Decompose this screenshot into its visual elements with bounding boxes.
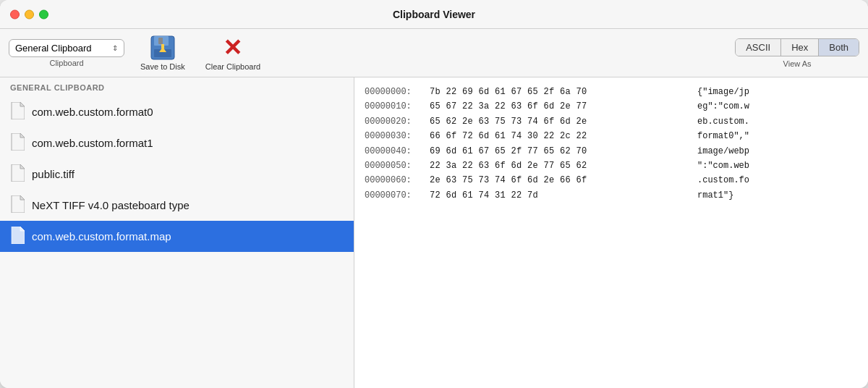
view-ascii-button[interactable]: ASCII <box>736 39 781 56</box>
hex-row: 00000060: 2e 63 75 73 74 6f 6d 2e 66 6f … <box>365 173 858 187</box>
maximize-button[interactable] <box>39 9 48 19</box>
sidebar-item-format1[interactable]: com.web.custom.format1 <box>0 127 354 159</box>
file-icon <box>10 164 25 184</box>
sidebar-item-tiff[interactable]: public.tiff <box>0 159 354 190</box>
hex-bytes: 72 6d 61 74 31 22 7d <box>430 188 690 203</box>
file-icon-active <box>10 227 25 246</box>
sidebar-header: GENERAL CLIPBOARD <box>0 77 354 96</box>
hex-ascii: eb.custom. <box>690 114 749 129</box>
clipboard-dropdown-value: General Clipboard <box>15 43 92 54</box>
sidebar-item-label-map: com.web.custom.format.map <box>32 230 171 242</box>
title-bar: Clipboard Viewer <box>0 0 868 29</box>
hex-address: 00000030: <box>365 129 430 143</box>
traffic-lights <box>10 9 48 19</box>
sidebar-item-label-next: NeXT TIFF v4.0 pasteboard type <box>32 199 190 211</box>
hex-bytes: 69 6d 61 67 65 2f 77 65 62 70 <box>430 144 690 159</box>
hex-ascii: format0"," <box>690 129 749 143</box>
sidebar-item-map[interactable]: com.web.custom.format.map <box>0 221 354 252</box>
hex-ascii: image/webp <box>690 144 749 159</box>
sidebar-item-next[interactable]: NeXT TIFF v4.0 pasteboard type <box>0 190 354 221</box>
view-hex-button[interactable]: Hex <box>781 39 819 56</box>
view-as-buttons: ASCII Hex Both <box>735 38 859 56</box>
sidebar-item-format0[interactable]: com.web.custom.format0 <box>0 96 354 127</box>
sidebar: GENERAL CLIPBOARD com.web.custom.format0 <box>0 77 354 388</box>
hex-ascii: rmat1"} <box>690 188 733 203</box>
hex-address: 00000050: <box>365 159 430 173</box>
hex-view: 00000000: 7b 22 69 6d 61 67 65 2f 6a 70 … <box>354 77 868 388</box>
save-to-disk-button[interactable]: Save to Disk <box>136 33 190 72</box>
hex-row: 00000070: 72 6d 61 74 31 22 7d rmat1"} <box>365 188 858 203</box>
hex-row: 00000050: 22 3a 22 63 6f 6d 2e 77 65 62 … <box>365 159 858 173</box>
view-as-label: View As <box>783 59 812 68</box>
hex-bytes: 65 67 22 3a 22 63 6f 6d 2e 77 <box>430 99 690 114</box>
hex-row: 00000010: 65 67 22 3a 22 63 6f 6d 2e 77 … <box>365 99 858 114</box>
main-window: Clipboard Viewer General Clipboard ⇕ Cli… <box>0 0 868 388</box>
clipboard-label: Clipboard <box>49 59 83 67</box>
hex-row: 00000000: 7b 22 69 6d 61 67 65 2f 6a 70 … <box>365 85 858 99</box>
hex-ascii: eg":"com.w <box>690 99 749 114</box>
hex-address: 00000020: <box>365 114 430 129</box>
hex-ascii: .custom.fo <box>690 173 749 187</box>
save-label: Save to Disk <box>140 62 185 71</box>
hex-address: 00000010: <box>365 99 430 114</box>
close-button[interactable] <box>10 9 20 19</box>
hex-address: 00000060: <box>365 173 430 187</box>
hex-rows-container: 00000000: 7b 22 69 6d 61 67 65 2f 6a 70 … <box>365 85 858 203</box>
svg-rect-5 <box>161 44 164 48</box>
minimize-button[interactable] <box>25 9 34 19</box>
hex-row: 00000030: 66 6f 72 6d 61 74 30 22 2c 22 … <box>365 129 858 143</box>
save-icon <box>150 35 176 61</box>
hex-ascii: ":"com.web <box>690 159 749 173</box>
file-icon <box>10 102 25 122</box>
view-as-section: ASCII Hex Both View As <box>735 38 859 68</box>
file-icon <box>10 133 25 153</box>
chevron-down-icon: ⇕ <box>112 44 118 52</box>
hex-bytes: 22 3a 22 63 6f 6d 2e 77 65 62 <box>430 159 690 173</box>
view-both-button[interactable]: Both <box>819 39 859 56</box>
clear-label: Clear Clipboard <box>205 62 260 71</box>
svg-rect-2 <box>158 38 163 44</box>
hex-row: 00000020: 65 62 2e 63 75 73 74 6f 6d 2e … <box>365 114 858 129</box>
sidebar-items: com.web.custom.format0 com.web.custom.fo… <box>0 96 354 388</box>
clear-icon: ✕ <box>220 35 246 61</box>
sidebar-item-label-format0: com.web.custom.format0 <box>32 106 153 118</box>
hex-row: 00000040: 69 6d 61 67 65 2f 77 65 62 70 … <box>365 144 858 159</box>
hex-address: 00000040: <box>365 144 430 159</box>
sidebar-item-label-format1: com.web.custom.format1 <box>32 137 153 149</box>
hex-ascii: {"image/jp <box>690 85 749 99</box>
window-title: Clipboard Viewer <box>393 9 475 20</box>
hex-bytes: 66 6f 72 6d 61 74 30 22 2c 22 <box>430 129 690 143</box>
file-icon <box>10 195 25 215</box>
hex-bytes: 2e 63 75 73 74 6f 6d 2e 66 6f <box>430 173 690 187</box>
clear-clipboard-button[interactable]: ✕ Clear Clipboard <box>201 33 265 72</box>
hex-address: 00000000: <box>365 85 430 99</box>
clipboard-dropdown[interactable]: General Clipboard ⇕ <box>9 39 124 57</box>
hex-bytes: 7b 22 69 6d 61 67 65 2f 6a 70 <box>430 85 690 99</box>
sidebar-item-label-tiff: public.tiff <box>32 168 75 180</box>
main-content: GENERAL CLIPBOARD com.web.custom.format0 <box>0 77 868 388</box>
hex-bytes: 65 62 2e 63 75 73 74 6f 6d 2e <box>430 114 690 129</box>
toolbar: General Clipboard ⇕ Clipboard <box>0 29 868 77</box>
hex-address: 00000070: <box>365 188 430 203</box>
